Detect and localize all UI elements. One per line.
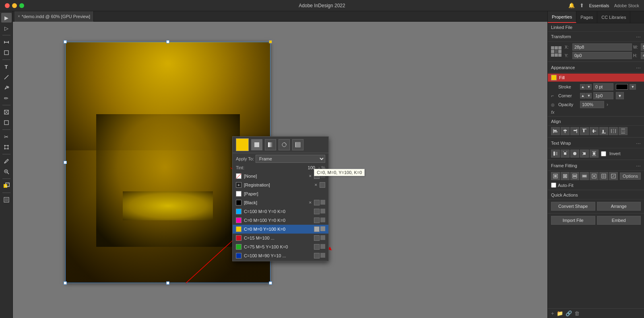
handle-bottom-right[interactable] bbox=[269, 281, 272, 285]
type-tool[interactable]: T bbox=[1, 62, 12, 72]
arrange-button[interactable]: Arrange bbox=[597, 202, 641, 211]
color-paper[interactable]: [Paper] bbox=[233, 189, 328, 198]
align-center-v[interactable] bbox=[590, 127, 599, 135]
corner-style-dropdown[interactable]: ▼ bbox=[616, 92, 624, 99]
handle-bottom-middle[interactable] bbox=[166, 281, 169, 285]
align-top[interactable] bbox=[580, 127, 589, 135]
handle-bottom-left[interactable] bbox=[64, 281, 67, 285]
stroke-color[interactable] bbox=[616, 84, 628, 90]
tw-object-shape[interactable] bbox=[570, 150, 579, 158]
color-blue[interactable]: C=100 M=90 Y=10 ... bbox=[233, 251, 328, 260]
color-yellow[interactable]: C=0 M=0 Y=100 K=0 bbox=[233, 225, 328, 234]
text-wrap-more[interactable]: ··· bbox=[636, 140, 641, 146]
fx-label[interactable]: fx bbox=[551, 110, 555, 115]
h-input[interactable] bbox=[641, 52, 644, 59]
tab-cc-libraries[interactable]: CC Libraries bbox=[597, 11, 630, 23]
adobe-stock-label[interactable]: Adobe Stock bbox=[614, 3, 639, 8]
align-center-h[interactable] bbox=[561, 127, 570, 135]
w-input[interactable] bbox=[641, 43, 644, 51]
color-green[interactable]: C=75 M=5 Y=100 K=0 bbox=[233, 242, 328, 251]
reference-point-grid[interactable] bbox=[551, 46, 561, 57]
appearance-more[interactable]: ··· bbox=[636, 64, 641, 71]
convert-shape-button[interactable]: Convert Shape bbox=[551, 202, 595, 211]
options-button[interactable]: Options bbox=[620, 172, 641, 180]
align-right[interactable] bbox=[570, 127, 579, 135]
align-left[interactable] bbox=[551, 127, 560, 135]
stroke-down[interactable]: ▼ bbox=[586, 84, 592, 90]
pencil-tool[interactable]: ✏ bbox=[1, 93, 12, 103]
corner-up[interactable]: ▲ bbox=[580, 93, 586, 98]
tw-jump-column[interactable] bbox=[590, 150, 599, 158]
color-cyan[interactable]: C=100 M=0 Y=0 K=0 bbox=[233, 207, 328, 216]
ff-center[interactable] bbox=[590, 172, 599, 180]
fill-row[interactable]: Fill bbox=[548, 74, 644, 82]
handle-top-middle[interactable] bbox=[166, 40, 169, 43]
handle-top-left[interactable] bbox=[64, 40, 67, 43]
close-button[interactable] bbox=[5, 3, 10, 8]
handle-middle-left[interactable] bbox=[64, 161, 67, 164]
window-controls[interactable] bbox=[5, 3, 24, 8]
fill-color-swatch[interactable] bbox=[551, 75, 557, 80]
solid-color-btn[interactable] bbox=[251, 139, 262, 150]
embed-button[interactable]: Embed bbox=[597, 216, 641, 225]
ff-fit-content-prop[interactable] bbox=[570, 172, 579, 180]
ff-fit-content[interactable] bbox=[551, 172, 560, 180]
ff-fill-frame[interactable] bbox=[561, 172, 570, 180]
scissors-tool[interactable]: ✂ bbox=[1, 132, 12, 142]
stroke-up[interactable]: ▲ bbox=[580, 84, 586, 90]
direct-select-tool[interactable]: ▷ bbox=[1, 23, 12, 33]
apply-to-select[interactable]: Frame bbox=[256, 155, 325, 163]
preview-mode[interactable] bbox=[1, 195, 12, 205]
new-icon[interactable]: + bbox=[551, 310, 554, 316]
minimize-button[interactable] bbox=[12, 3, 17, 8]
tw-none[interactable] bbox=[551, 150, 560, 158]
folder-icon[interactable]: 📁 bbox=[557, 310, 563, 316]
notification-icon[interactable]: 🔔 bbox=[568, 2, 575, 8]
share-icon[interactable]: ⬆ bbox=[580, 2, 584, 8]
ff-fill-frame-prop[interactable] bbox=[580, 172, 589, 180]
shape-tool[interactable] bbox=[1, 118, 12, 127]
fill-stroke-tool[interactable] bbox=[1, 181, 12, 191]
free-transform-tool[interactable] bbox=[1, 142, 12, 152]
handle-top-right[interactable] bbox=[269, 40, 272, 43]
color-magenta[interactable]: C=0 M=100 Y=0 K=0 bbox=[233, 216, 328, 225]
document-tab[interactable]: × *demo.indd @ 60% [GPU Preview] bbox=[14, 11, 94, 22]
color-black[interactable]: [Black] ✕ bbox=[233, 198, 328, 207]
pen-tool[interactable] bbox=[1, 83, 12, 92]
stroke-style-dropdown[interactable]: ▼ bbox=[630, 84, 636, 90]
invert-checkbox[interactable] bbox=[601, 151, 606, 156]
corner-input[interactable] bbox=[593, 92, 613, 99]
tw-jump-object[interactable] bbox=[580, 150, 589, 158]
ff-sixth[interactable] bbox=[599, 172, 608, 180]
gap-tool[interactable] bbox=[1, 37, 12, 47]
maximize-button[interactable] bbox=[19, 3, 24, 8]
distribute-h[interactable] bbox=[609, 127, 618, 135]
eyedropper-tool[interactable] bbox=[1, 156, 12, 166]
tw-bounding[interactable] bbox=[561, 150, 570, 158]
autofit-checkbox[interactable] bbox=[551, 183, 556, 188]
line-tool[interactable] bbox=[1, 72, 12, 82]
link-icon[interactable]: 🔗 bbox=[566, 310, 572, 316]
x-input[interactable] bbox=[572, 43, 632, 51]
distribute-v[interactable] bbox=[619, 127, 627, 135]
transform-more[interactable]: ··· bbox=[636, 33, 641, 40]
tab-close-icon[interactable]: × bbox=[18, 14, 20, 18]
zoom-tool[interactable] bbox=[1, 167, 12, 176]
current-color-swatch[interactable] bbox=[236, 138, 249, 151]
workspace-selector[interactable]: Essentials bbox=[589, 3, 609, 8]
stroke-input[interactable] bbox=[593, 83, 613, 90]
frame-fitting-more[interactable]: ··· bbox=[636, 162, 641, 169]
opacity-input[interactable] bbox=[580, 101, 604, 108]
tab-properties[interactable]: Properties bbox=[548, 11, 576, 23]
frame-tool[interactable] bbox=[1, 107, 12, 117]
import-file-button[interactable]: Import File bbox=[551, 216, 595, 225]
opacity-chevron[interactable]: › bbox=[607, 102, 608, 107]
delete-icon[interactable]: 🗑 bbox=[574, 310, 580, 316]
y-input[interactable] bbox=[572, 52, 632, 59]
ff-seventh[interactable] bbox=[609, 172, 618, 180]
align-bottom[interactable] bbox=[599, 127, 608, 135]
color-red[interactable]: C=15 M=100 ... bbox=[233, 234, 328, 242]
tab-pages[interactable]: Pages bbox=[576, 11, 597, 23]
gradient-btn[interactable] bbox=[265, 139, 276, 150]
select-tool[interactable]: ▶ bbox=[1, 13, 12, 23]
